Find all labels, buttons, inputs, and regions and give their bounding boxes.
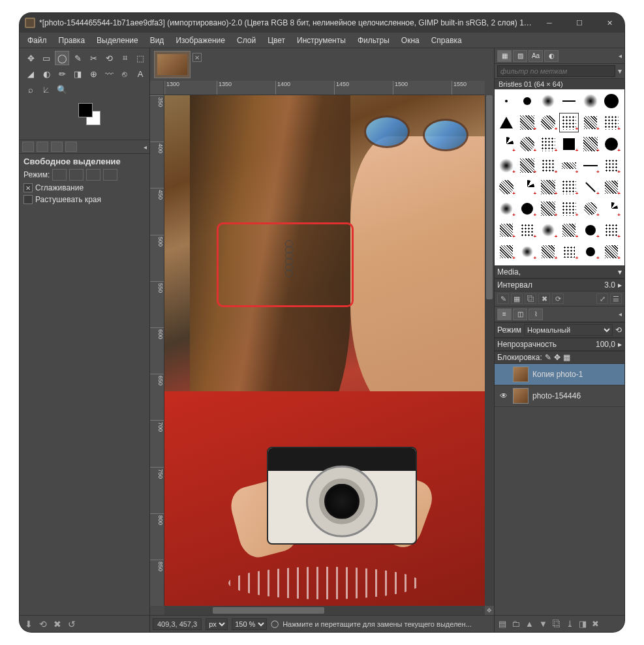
layer-name[interactable]: photo-154446	[532, 391, 581, 400]
layers-dock-menu[interactable]: ◂	[619, 310, 622, 318]
scrollbar-horizontal[interactable]	[164, 606, 485, 615]
menu-view[interactable]: Вид	[145, 35, 170, 46]
layer-down-icon[interactable]: ▼	[539, 619, 547, 629]
menu-colors[interactable]: Цвет	[262, 35, 290, 46]
opacity-stepper-icon[interactable]: ▸	[618, 340, 622, 349]
delete-preset-icon[interactable]: ✖	[54, 619, 61, 629]
layer-duplicate-icon[interactable]: ⿻	[553, 619, 561, 629]
layer-new-icon[interactable]: ▤	[498, 619, 506, 629]
tab-paths[interactable]: ⌇	[529, 308, 543, 320]
restore-preset-icon[interactable]: ⟲	[39, 619, 47, 629]
interval-value[interactable]: 3.0	[604, 280, 615, 290]
lock-position-icon[interactable]: ✥	[554, 353, 560, 362]
layer-row[interactable]: Копия photo-1	[495, 364, 624, 385]
mode-add[interactable]	[69, 169, 84, 181]
layer-merge-icon[interactable]: ⤓	[566, 619, 574, 629]
tool-measure[interactable]: ⟀	[39, 82, 54, 97]
tab-fonts[interactable]: Aa	[529, 50, 543, 62]
dock-menu-icon[interactable]: ◂	[144, 143, 147, 151]
dock-tab-undo[interactable]	[51, 142, 63, 152]
layer-up-icon[interactable]: ▲	[525, 619, 534, 629]
brush-zoom-icon[interactable]: ⤢	[596, 293, 608, 304]
menu-select[interactable]: Выделение	[91, 35, 144, 46]
foreground-color[interactable]	[78, 103, 93, 117]
tool-clone[interactable]: ⊕	[86, 67, 100, 81]
brush-menu-icon[interactable]: ☰	[610, 293, 622, 304]
status-zoom-select[interactable]: 150 %	[232, 618, 267, 630]
opacity-value[interactable]: 100,0	[596, 340, 615, 349]
brushes-dock-menu[interactable]: ◂	[619, 52, 622, 59]
media-dropdown-icon[interactable]: ▾	[618, 267, 622, 277]
layer-visibility-icon[interactable]	[498, 369, 509, 380]
brush-new-icon[interactable]: ▦	[511, 293, 523, 304]
menu-image[interactable]: Изображение	[170, 35, 230, 46]
layer-delete-icon[interactable]: ✖	[592, 619, 599, 629]
layer-group-icon[interactable]: 🗀	[512, 619, 520, 629]
menu-layer[interactable]: Слой	[232, 35, 261, 46]
interval-stepper-icon[interactable]: ▸	[618, 280, 622, 290]
mode-intersect[interactable]	[103, 169, 117, 181]
close-button[interactable]: ✕	[594, 13, 624, 33]
brush-delete-icon[interactable]: ✖	[538, 293, 550, 304]
antialias-checkbox[interactable]: ✕	[23, 183, 33, 192]
tool-move[interactable]: ✥	[23, 51, 38, 65]
tool-warp[interactable]: ⌗	[117, 51, 132, 65]
brush-edit-icon[interactable]: ✎	[497, 293, 509, 304]
save-preset-icon[interactable]: ⬇	[25, 619, 33, 629]
reset-preset-icon[interactable]: ↺	[68, 619, 76, 629]
tool-fuzzy-select[interactable]: ✎	[70, 51, 85, 65]
tool-picker[interactable]: ⌕	[23, 82, 38, 97]
tool-bucket[interactable]: ◢	[23, 67, 38, 81]
tool-cage[interactable]: ⬚	[133, 51, 147, 65]
layer-mode-reset-icon[interactable]: ⟲	[615, 325, 622, 335]
tab-history[interactable]: ◐	[544, 50, 559, 62]
menu-tools[interactable]: Инструменты	[292, 35, 351, 46]
ruler-vertical[interactable]: 350 400 450 500 550 600 650 700 750 800 …	[150, 95, 164, 606]
tab-channels[interactable]: ◫	[513, 308, 527, 320]
layer-name[interactable]: Копия photo-1	[532, 370, 583, 379]
dock-tab-images[interactable]	[65, 142, 77, 152]
dock-tab-tool-options[interactable]	[22, 142, 34, 152]
tab-brushes[interactable]: ▦	[497, 50, 512, 62]
filter-dropdown-icon[interactable]: ▾	[618, 67, 622, 76]
tool-zoom[interactable]: 🔍	[55, 82, 69, 97]
mode-subtract[interactable]	[86, 169, 100, 181]
menu-windows[interactable]: Окна	[396, 35, 425, 46]
tab-layers[interactable]: ≡	[497, 308, 512, 320]
lock-pixel-icon[interactable]: ✎	[545, 353, 551, 362]
image-tab[interactable]: ✕	[154, 51, 191, 78]
mode-replace[interactable]	[52, 169, 67, 181]
layer-row[interactable]: 👁 photo-154446	[495, 385, 624, 407]
tool-paths[interactable]: ⎋	[117, 67, 132, 81]
layer-visibility-icon[interactable]: 👁	[498, 391, 509, 401]
menu-edit[interactable]: Правка	[54, 35, 91, 46]
tool-smudge[interactable]: 〰	[102, 67, 116, 81]
brush-refresh-icon[interactable]: ⟳	[552, 293, 564, 304]
lock-alpha-icon[interactable]: ▦	[563, 353, 570, 362]
brush-filter-input[interactable]	[497, 65, 615, 77]
tool-crop[interactable]: ✂	[86, 51, 100, 65]
minimize-button[interactable]: ─	[534, 13, 564, 33]
tool-rect-select[interactable]: ▭	[39, 51, 54, 65]
brush-grid[interactable]: + + + + + + + + + + + + + + + + + + + +	[495, 89, 624, 265]
maximize-button[interactable]: ☐	[564, 13, 594, 33]
layer-mask-icon[interactable]: ◨	[579, 619, 587, 629]
scrollbar-vertical[interactable]	[485, 95, 494, 606]
tool-text[interactable]: A	[133, 67, 147, 81]
tool-transform[interactable]: ⟲	[102, 51, 116, 65]
layer-mode-select[interactable]: Нормальный	[524, 324, 613, 336]
tool-pencil[interactable]: ✏	[55, 67, 69, 81]
tool-free-select[interactable]: ◯	[55, 51, 69, 65]
feather-checkbox[interactable]	[23, 195, 33, 204]
brush-duplicate-icon[interactable]: ⿻	[525, 293, 536, 304]
menu-file[interactable]: Файл	[22, 35, 52, 46]
menu-filters[interactable]: Фильтры	[352, 35, 395, 46]
tab-close-icon[interactable]: ✕	[192, 53, 202, 62]
tool-gradient[interactable]: ◐	[39, 67, 54, 81]
status-unit-select[interactable]: px	[206, 618, 228, 630]
tab-patterns[interactable]: ▨	[513, 50, 527, 62]
tool-eraser[interactable]: ◨	[70, 67, 85, 81]
canvas[interactable]	[164, 95, 485, 606]
canvas-navigate-icon[interactable]: ✥	[485, 606, 494, 615]
ruler-horizontal[interactable]: 1300 1350 1400 1450 1500 1550	[164, 81, 485, 95]
